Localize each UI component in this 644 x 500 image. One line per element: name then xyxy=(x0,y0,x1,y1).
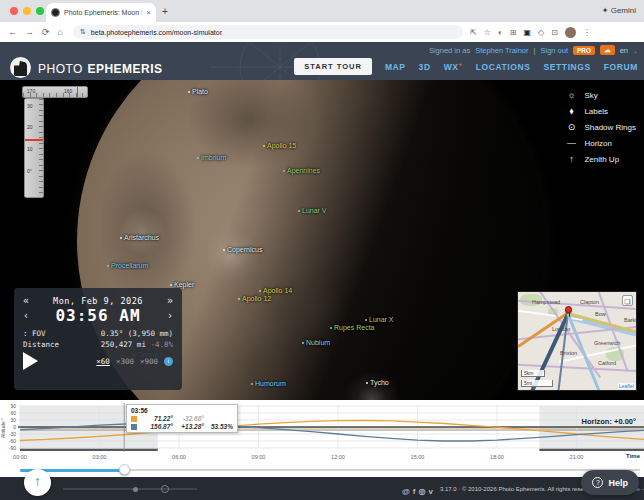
zoom-ring[interactable] xyxy=(161,485,169,493)
home-icon[interactable]: ⌂ xyxy=(58,27,63,37)
moon-label-copernicus[interactable]: Copernicus xyxy=(223,246,262,253)
user-name-link[interactable]: Stephen Trainor xyxy=(475,46,528,55)
location-minimap[interactable]: HampsteadClaptonBowBarkingLondonGreenwic… xyxy=(517,291,637,391)
nav-forum[interactable]: FORUM xyxy=(604,62,638,72)
divider: | xyxy=(534,46,536,55)
label-dot xyxy=(302,342,304,344)
moon-label-apollo-14[interactable]: Apollo 14 xyxy=(259,287,292,294)
nav-wx[interactable]: WX+ xyxy=(444,61,463,72)
zoom-window-button[interactable] xyxy=(36,7,44,15)
moon-label-procellarum[interactable]: Procellarum xyxy=(107,262,148,269)
time-axis-label: Time xyxy=(626,453,640,459)
extension-icon-4[interactable]: ◇ xyxy=(538,28,544,37)
moon-label-lunar-x[interactable]: Lunar X xyxy=(365,316,394,323)
zoom-dot[interactable] xyxy=(133,487,138,492)
close-window-button[interactable] xyxy=(10,7,18,15)
moon-label-lunar-v[interactable]: Lunar V xyxy=(298,207,327,214)
new-tab-button[interactable]: + xyxy=(162,6,168,17)
vimeo-icon[interactable]: v xyxy=(428,487,432,496)
nav-3d[interactable]: 3D xyxy=(419,62,431,72)
extension-icon-2[interactable]: ⊞ xyxy=(510,28,517,37)
pro-badge[interactable]: PRO xyxy=(573,46,595,55)
label-text: Humorum xyxy=(255,380,286,387)
play-button[interactable] xyxy=(23,352,38,370)
view-control-sky[interactable]: ☼Sky xyxy=(565,90,636,101)
series-swatch xyxy=(131,424,137,430)
distance-value: 250,427 mi xyxy=(101,340,146,349)
next-time-button[interactable]: › xyxy=(167,310,173,321)
label-text: Apollo 12 xyxy=(242,295,271,302)
profile-avatar[interactable] xyxy=(565,27,576,38)
scroll-top-button[interactable]: ↑ xyxy=(24,469,51,496)
horizon-offset-label[interactable]: Horizon: +0.00° xyxy=(582,417,636,426)
gemini-button[interactable]: ✦ Gemini xyxy=(602,6,636,15)
wx-badge[interactable]: ☁ xyxy=(600,45,615,55)
slider-handle[interactable] xyxy=(119,464,130,475)
moon-label-rupes-recta[interactable]: Rupes Recta xyxy=(330,324,374,331)
moon-viewport[interactable]: PlatoApollo 15ImbriumApenninesLunar VAri… xyxy=(0,80,644,400)
start-tour-button[interactable]: START TOUR xyxy=(294,58,372,75)
view-control-shadow-rings[interactable]: ⊙Shadow Rings xyxy=(565,122,636,133)
time-slider[interactable] xyxy=(0,463,644,477)
label-dot xyxy=(251,383,253,385)
sign-out-link[interactable]: Sign out xyxy=(541,46,569,55)
label-text: Plato xyxy=(192,88,208,95)
speed-x900[interactable]: ×900 xyxy=(140,357,158,366)
next-day-button[interactable]: » xyxy=(167,295,173,306)
moon-label-plato[interactable]: Plato xyxy=(188,88,208,95)
mastodon-icon[interactable]: @ xyxy=(402,487,410,496)
moon-label-imbrium[interactable]: Imbrium xyxy=(197,154,226,161)
label-dot xyxy=(259,290,261,292)
date-display[interactable]: Mon, Feb 9, 2026 xyxy=(53,296,143,306)
site-info-icon[interactable]: ⇅ xyxy=(80,28,86,36)
time-display[interactable]: 03:56 AM xyxy=(55,306,140,325)
address-bar[interactable]: ⇅ beta.photoephemeris.com/moon-simulator xyxy=(73,25,463,39)
facebook-icon[interactable]: f xyxy=(413,487,416,496)
nav-settings[interactable]: SETTINGS xyxy=(544,62,591,72)
view-control-zenith-up[interactable]: ↑Zenith Up xyxy=(565,154,636,165)
extension-icon-1[interactable]: ◐ xyxy=(498,28,503,37)
prev-time-button[interactable]: ‹ xyxy=(23,310,29,321)
speed-x60[interactable]: ×60 xyxy=(96,357,110,366)
altitude-chart[interactable]: 9060300-30-60-90Altitude ° 03:56 71.22°-… xyxy=(0,400,644,452)
nav-locations[interactable]: LOCATIONS xyxy=(476,62,531,72)
chevron-down-icon[interactable]: ⌄ xyxy=(633,47,638,54)
zoom-control[interactable] xyxy=(63,488,197,490)
info-icon[interactable]: i xyxy=(164,357,173,366)
moon-label-apollo-15[interactable]: Apollo 15 xyxy=(263,142,296,149)
instagram-icon[interactable]: ◎ xyxy=(418,487,425,496)
share-icon[interactable]: ⇱ xyxy=(470,28,477,37)
back-icon[interactable]: ← xyxy=(8,27,17,37)
label-dot xyxy=(197,157,199,159)
moon-label-nubium[interactable]: Nubium xyxy=(302,339,330,346)
moon-label-aristarchus[interactable]: Aristarchus xyxy=(120,234,159,241)
extension-icon-3[interactable]: ▣ xyxy=(523,28,531,37)
reading-list-icon[interactable]: ⊡ xyxy=(551,28,558,37)
language-selector[interactable]: en xyxy=(620,46,628,55)
reload-icon[interactable]: ⟳ xyxy=(42,27,50,37)
speed-x300[interactable]: ×300 xyxy=(116,357,134,366)
view-control-labels[interactable]: ⬧Labels xyxy=(565,106,636,117)
browser-menu-icon[interactable]: ⋮ xyxy=(583,28,591,37)
close-tab-icon[interactable]: × xyxy=(146,8,151,17)
view-control-horizon[interactable]: —Horizon xyxy=(565,138,636,149)
location-pin[interactable] xyxy=(565,306,572,313)
leaflet-attribution[interactable]: Leaflet xyxy=(618,383,635,389)
moon-label-kepler[interactable]: Kepler xyxy=(170,281,194,288)
moon-label-tycho[interactable]: Tycho xyxy=(366,379,389,386)
brand[interactable]: PHOTO EPHEMERIS xyxy=(10,57,163,78)
bookmark-star-icon[interactable]: ☆ xyxy=(484,28,491,37)
forward-icon[interactable]: → xyxy=(25,27,34,37)
moon-label-apennines[interactable]: Apennines xyxy=(283,167,320,174)
label-dot xyxy=(366,382,368,384)
prev-day-button[interactable]: « xyxy=(23,295,29,306)
signed-in-label: Signed in as xyxy=(429,46,470,55)
map-layers-button[interactable]: ❏ xyxy=(622,295,633,306)
moon-label-apollo-12[interactable]: Apollo 12 xyxy=(238,295,271,302)
url-text[interactable]: beta.photoephemeris.com/moon-simulator xyxy=(91,29,222,36)
minimize-window-button[interactable] xyxy=(23,7,31,15)
nav-map[interactable]: MAP xyxy=(385,62,406,72)
moon-label-humorum[interactable]: Humorum xyxy=(251,380,286,387)
browser-tab[interactable]: Photo Ephemeris: Moon Simu × xyxy=(46,3,156,22)
help-button[interactable]: ? Help xyxy=(581,470,639,495)
